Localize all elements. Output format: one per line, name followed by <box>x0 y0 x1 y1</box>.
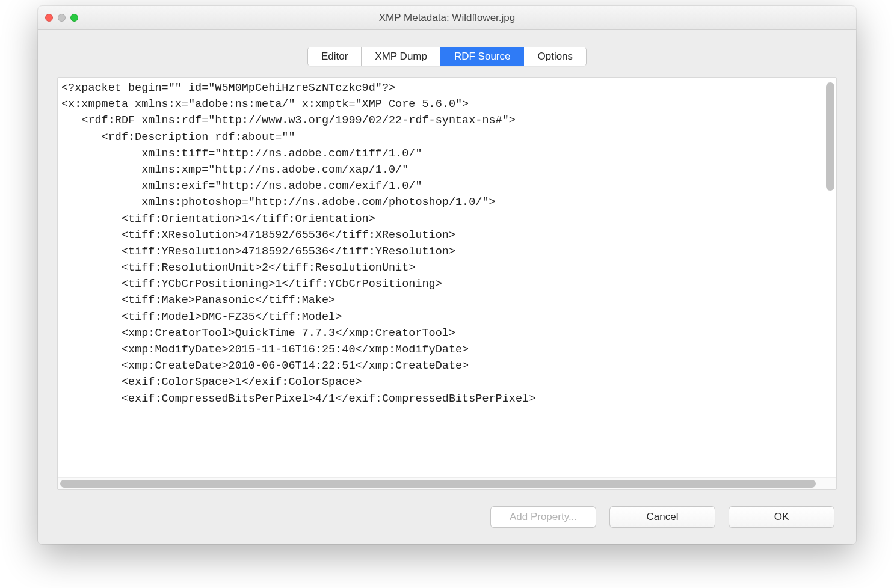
tab-rdf-source[interactable]: RDF Source <box>440 47 524 66</box>
add-property-button: Add Property... <box>490 506 596 528</box>
zoom-button[interactable] <box>70 14 78 22</box>
titlebar: XMP Metadata: Wildflower.jpg <box>38 6 856 30</box>
vertical-scrollbar[interactable] <box>826 82 834 191</box>
window-title: XMP Metadata: Wildflower.jpg <box>38 12 856 24</box>
dialog-window: XMP Metadata: Wildflower.jpg Editor XMP … <box>38 6 856 544</box>
close-button[interactable] <box>45 14 53 22</box>
content-area: <?xpacket begin="" id="W5M0MpCehiHzreSzN… <box>38 66 856 490</box>
tab-editor[interactable]: Editor <box>308 47 361 66</box>
source-panel: <?xpacket begin="" id="W5M0MpCehiHzreSzN… <box>57 77 837 490</box>
window-controls <box>38 14 78 22</box>
rdf-source-text[interactable]: <?xpacket begin="" id="W5M0MpCehiHzreSzN… <box>58 78 836 409</box>
horizontal-scrollbar[interactable] <box>60 480 816 488</box>
tab-xmp-dump[interactable]: XMP Dump <box>361 47 440 66</box>
tab-options[interactable]: Options <box>523 47 586 66</box>
minimize-button[interactable] <box>58 14 66 22</box>
horizontal-scrollbar-track[interactable] <box>58 477 836 489</box>
tab-segmented-control: Editor XMP Dump RDF Source Options <box>307 47 587 66</box>
ok-button[interactable]: OK <box>729 506 834 528</box>
tab-bar: Editor XMP Dump RDF Source Options <box>38 30 856 66</box>
source-scroll[interactable]: <?xpacket begin="" id="W5M0MpCehiHzreSzN… <box>58 78 836 477</box>
cancel-button[interactable]: Cancel <box>609 506 715 528</box>
button-row: Add Property... Cancel OK <box>38 490 856 544</box>
